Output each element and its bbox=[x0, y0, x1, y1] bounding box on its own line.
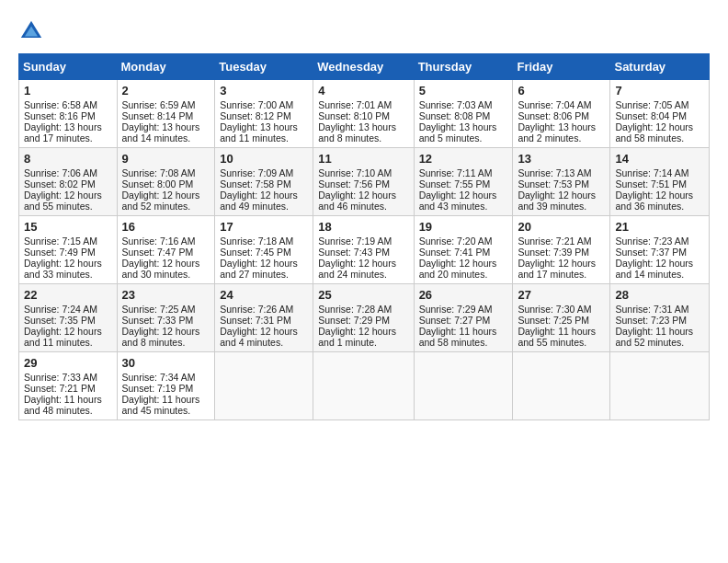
calendar-cell: 6Sunrise: 7:04 AMSunset: 8:06 PMDaylight… bbox=[513, 80, 610, 148]
day-info-line: Daylight: 13 hours bbox=[220, 121, 308, 132]
day-number: 16 bbox=[122, 220, 210, 234]
day-info-line: Daylight: 12 hours bbox=[122, 190, 210, 201]
day-info-line: Daylight: 12 hours bbox=[318, 190, 408, 201]
day-info-line: Sunset: 7:23 PM bbox=[615, 315, 704, 326]
day-info-line: Sunrise: 7:15 AM bbox=[24, 236, 112, 247]
day-info-line: and 49 minutes. bbox=[220, 201, 308, 212]
day-number: 22 bbox=[24, 288, 112, 302]
day-info-line: Daylight: 13 hours bbox=[122, 121, 210, 132]
day-info-line: Daylight: 11 hours bbox=[518, 326, 605, 337]
day-info-line: and 20 minutes. bbox=[419, 269, 508, 280]
day-info-line: Sunrise: 6:58 AM bbox=[24, 99, 112, 110]
page-header bbox=[18, 18, 710, 44]
day-number: 11 bbox=[318, 152, 408, 166]
day-info-line: Sunrise: 7:23 AM bbox=[615, 236, 704, 247]
day-info-line: and 36 minutes. bbox=[615, 201, 704, 212]
day-number: 23 bbox=[122, 288, 210, 302]
calendar-cell bbox=[610, 352, 710, 420]
day-info-line: and 1 minute. bbox=[318, 337, 408, 348]
day-info-line: Sunrise: 7:26 AM bbox=[220, 304, 308, 315]
day-number: 13 bbox=[518, 152, 605, 166]
day-info-line: Sunset: 7:55 PM bbox=[419, 178, 508, 190]
day-info-line: Sunrise: 7:30 AM bbox=[518, 304, 605, 315]
calendar-cell: 16Sunrise: 7:16 AMSunset: 7:47 PMDayligh… bbox=[117, 216, 215, 284]
calendar-week-row: 29Sunrise: 7:33 AMSunset: 7:21 PMDayligh… bbox=[19, 352, 710, 420]
day-info-line: Sunrise: 7:33 AM bbox=[24, 372, 112, 383]
day-number: 27 bbox=[518, 288, 605, 302]
day-number: 26 bbox=[419, 288, 508, 302]
day-info-line: and 58 minutes. bbox=[419, 337, 508, 348]
day-info-line: Sunrise: 7:09 AM bbox=[220, 167, 308, 178]
day-number: 3 bbox=[220, 84, 308, 98]
day-info-line: Sunset: 7:31 PM bbox=[220, 315, 308, 326]
day-info-line: Daylight: 13 hours bbox=[419, 121, 508, 132]
day-number: 28 bbox=[615, 288, 704, 302]
day-number: 9 bbox=[122, 152, 210, 166]
day-info-line: Daylight: 12 hours bbox=[24, 190, 112, 201]
day-info-line: and 4 minutes. bbox=[220, 337, 308, 348]
day-info-line: Daylight: 12 hours bbox=[220, 258, 308, 269]
day-info-line: and 39 minutes. bbox=[518, 201, 605, 212]
calendar-cell: 10Sunrise: 7:09 AMSunset: 7:58 PMDayligh… bbox=[215, 148, 313, 216]
day-info-line: and 52 minutes. bbox=[615, 337, 704, 348]
day-info-line: and 17 minutes. bbox=[518, 269, 605, 280]
day-info-line: Sunset: 7:49 PM bbox=[24, 247, 112, 258]
day-info-line: Daylight: 12 hours bbox=[518, 258, 605, 269]
calendar-cell bbox=[414, 352, 513, 420]
day-number: 1 bbox=[24, 84, 112, 98]
day-info-line: Sunrise: 7:31 AM bbox=[615, 304, 704, 315]
day-number: 15 bbox=[24, 220, 112, 234]
day-info-line: Daylight: 11 hours bbox=[419, 326, 508, 337]
day-info-line: Sunrise: 7:06 AM bbox=[24, 167, 112, 178]
day-info-line: Daylight: 11 hours bbox=[615, 326, 704, 337]
day-number: 10 bbox=[220, 152, 308, 166]
calendar-cell: 26Sunrise: 7:29 AMSunset: 7:27 PMDayligh… bbox=[414, 284, 513, 352]
day-info-line: Sunrise: 7:16 AM bbox=[122, 236, 210, 247]
day-info-line: and 52 minutes. bbox=[122, 201, 210, 212]
day-info-line: and 30 minutes. bbox=[122, 269, 210, 280]
calendar-cell: 11Sunrise: 7:10 AMSunset: 7:56 PMDayligh… bbox=[313, 148, 414, 216]
day-number: 2 bbox=[122, 84, 210, 98]
calendar-cell bbox=[215, 352, 313, 420]
day-number: 12 bbox=[419, 152, 508, 166]
day-info-line: Daylight: 12 hours bbox=[122, 258, 210, 269]
calendar-week-row: 8Sunrise: 7:06 AMSunset: 8:02 PMDaylight… bbox=[19, 148, 710, 216]
day-info-line: and 2 minutes. bbox=[518, 132, 605, 144]
day-info-line: Sunset: 7:39 PM bbox=[518, 247, 605, 258]
day-info-line: Sunrise: 7:13 AM bbox=[518, 167, 605, 178]
day-info-line: Sunrise: 7:18 AM bbox=[220, 236, 308, 247]
calendar-table: SundayMondayTuesdayWednesdayThursdayFrid… bbox=[18, 53, 710, 420]
day-info-line: and 8 minutes. bbox=[122, 337, 210, 348]
calendar-cell: 13Sunrise: 7:13 AMSunset: 7:53 PMDayligh… bbox=[513, 148, 610, 216]
day-info-line: Sunrise: 7:10 AM bbox=[318, 167, 408, 178]
day-info-line: Daylight: 12 hours bbox=[615, 121, 704, 132]
day-info-line: Daylight: 12 hours bbox=[615, 258, 704, 269]
day-number: 29 bbox=[24, 356, 112, 370]
calendar-cell: 22Sunrise: 7:24 AMSunset: 7:35 PMDayligh… bbox=[19, 284, 118, 352]
day-info-line: Sunrise: 7:08 AM bbox=[122, 167, 210, 178]
day-info-line: Sunset: 8:14 PM bbox=[122, 110, 210, 121]
day-info-line: Sunset: 8:04 PM bbox=[615, 110, 704, 121]
day-info-line: Daylight: 12 hours bbox=[122, 326, 210, 337]
calendar-cell: 1Sunrise: 6:58 AMSunset: 8:16 PMDaylight… bbox=[19, 80, 118, 148]
day-info-line: Sunset: 7:37 PM bbox=[615, 247, 704, 258]
day-info-line: and 11 minutes. bbox=[24, 337, 112, 348]
day-info-line: Daylight: 11 hours bbox=[122, 394, 210, 405]
calendar-cell: 8Sunrise: 7:06 AMSunset: 8:02 PMDaylight… bbox=[19, 148, 118, 216]
calendar-cell: 29Sunrise: 7:33 AMSunset: 7:21 PMDayligh… bbox=[19, 352, 118, 420]
day-info-line: Daylight: 12 hours bbox=[419, 190, 508, 201]
calendar-cell: 3Sunrise: 7:00 AMSunset: 8:12 PMDaylight… bbox=[215, 80, 313, 148]
day-info-line: and 5 minutes. bbox=[419, 132, 508, 144]
day-info-line: and 11 minutes. bbox=[220, 132, 308, 144]
day-info-line: Sunrise: 7:28 AM bbox=[318, 304, 408, 315]
calendar-cell: 7Sunrise: 7:05 AMSunset: 8:04 PMDaylight… bbox=[610, 80, 710, 148]
day-info-line: and 17 minutes. bbox=[24, 132, 112, 144]
day-info-line: Sunset: 7:47 PM bbox=[122, 247, 210, 258]
day-info-line: Sunrise: 7:21 AM bbox=[518, 236, 605, 247]
day-number: 25 bbox=[318, 288, 408, 302]
calendar-cell bbox=[313, 352, 414, 420]
day-info-line: Sunset: 7:19 PM bbox=[122, 383, 210, 394]
day-info-line: Sunset: 7:27 PM bbox=[419, 315, 508, 326]
day-info-line: Daylight: 12 hours bbox=[419, 258, 508, 269]
day-info-line: Sunset: 8:06 PM bbox=[518, 110, 605, 121]
